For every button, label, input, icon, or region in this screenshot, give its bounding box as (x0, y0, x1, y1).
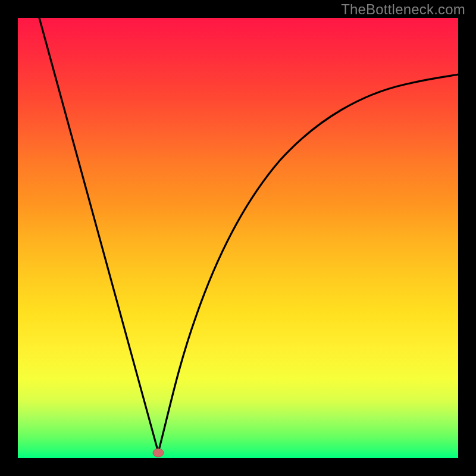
curve-left-branch (39, 18, 158, 452)
curve-svg (18, 18, 458, 458)
curve-right-branch (158, 74, 458, 452)
watermark-text: TheBottleneck.com (341, 1, 465, 18)
plot-area (18, 18, 458, 458)
min-marker-dot (153, 449, 164, 457)
chart-frame: TheBottleneck.com (0, 0, 476, 476)
